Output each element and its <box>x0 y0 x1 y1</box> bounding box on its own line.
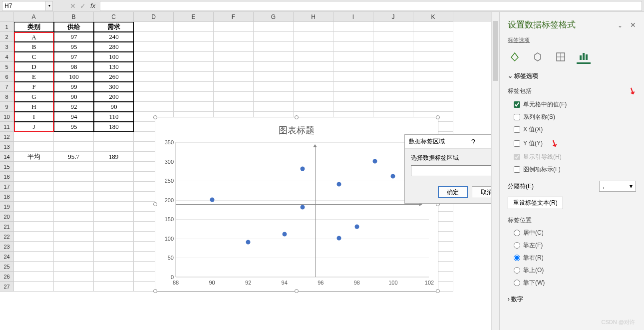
row-header[interactable]: 21 <box>0 222 14 232</box>
cell[interactable] <box>94 142 134 152</box>
cell[interactable] <box>294 42 333 52</box>
cell[interactable] <box>174 72 214 82</box>
row-header[interactable]: 6 <box>0 72 14 82</box>
cell[interactable] <box>214 82 254 92</box>
cell[interactable] <box>373 52 413 62</box>
cell[interactable] <box>174 42 214 52</box>
column-header[interactable]: I <box>333 12 373 22</box>
row-header[interactable]: 2 <box>0 32 14 42</box>
data-point[interactable] <box>354 224 359 229</box>
cell[interactable]: 280 <box>94 42 134 52</box>
data-point[interactable] <box>373 159 377 163</box>
cell[interactable]: J <box>14 122 54 132</box>
size-properties-icon[interactable] <box>554 50 568 64</box>
cell[interactable] <box>14 272 54 282</box>
cell[interactable] <box>333 92 373 102</box>
cell[interactable] <box>134 62 174 72</box>
cell[interactable] <box>174 32 214 42</box>
reset-label-text-button[interactable]: 重设标签文本(R) <box>508 197 563 209</box>
cell[interactable]: 90 <box>54 92 94 102</box>
check-legend-key[interactable]: 图例项标示(L) <box>508 165 636 174</box>
radio-left[interactable]: 靠左(F) <box>508 241 636 250</box>
row-header[interactable]: 27 <box>0 282 14 292</box>
cell[interactable]: 100 <box>54 72 94 82</box>
cell[interactable] <box>254 32 294 42</box>
cell[interactable] <box>94 232 134 242</box>
cell[interactable]: 94 <box>54 112 94 122</box>
cell[interactable] <box>54 182 94 192</box>
cell[interactable] <box>254 102 294 112</box>
column-header[interactable]: D <box>134 12 174 22</box>
data-point[interactable] <box>301 205 305 210</box>
cell[interactable] <box>54 162 94 172</box>
cell[interactable]: 90 <box>94 102 134 112</box>
cell[interactable]: E <box>14 72 54 82</box>
row-header[interactable]: 25 <box>0 262 14 272</box>
column-header[interactable]: F <box>214 12 254 22</box>
cell[interactable] <box>94 162 134 172</box>
cell[interactable] <box>54 132 94 142</box>
name-box[interactable]: H7 <box>2 1 46 11</box>
cell[interactable]: I <box>14 112 54 122</box>
cell[interactable] <box>54 252 94 262</box>
cell[interactable] <box>373 102 413 112</box>
row-header[interactable]: 9 <box>0 102 14 112</box>
cell[interactable] <box>54 172 94 182</box>
cell[interactable]: 类别 <box>14 22 54 32</box>
column-header[interactable]: B <box>54 12 94 22</box>
check-y-value[interactable]: Y 值(Y) ↘ <box>508 138 636 149</box>
cell[interactable] <box>14 172 54 182</box>
cell[interactable] <box>14 252 54 262</box>
cell[interactable] <box>294 62 333 72</box>
cell[interactable] <box>333 52 373 62</box>
cell[interactable]: 95 <box>54 42 94 52</box>
column-header[interactable]: H <box>294 12 333 22</box>
cell[interactable]: B <box>14 42 54 52</box>
cell[interactable] <box>294 92 333 102</box>
cell[interactable] <box>294 22 333 32</box>
row-header[interactable]: 19 <box>0 202 14 212</box>
cell[interactable] <box>54 242 94 252</box>
cell[interactable] <box>333 32 373 42</box>
data-point[interactable] <box>336 236 341 240</box>
check-cell-value[interactable]: 单元格中的值(F) <box>508 100 636 109</box>
cell[interactable] <box>333 72 373 82</box>
data-point[interactable] <box>336 182 341 186</box>
row-header[interactable]: 12 <box>0 132 14 142</box>
cell[interactable] <box>94 262 134 272</box>
cell[interactable]: 95.7 <box>54 152 94 162</box>
cell[interactable]: 180 <box>94 122 134 132</box>
cell[interactable] <box>254 52 294 62</box>
column-header[interactable]: K <box>413 12 453 22</box>
label-options-icon[interactable] <box>577 50 591 64</box>
cell[interactable] <box>134 32 174 42</box>
column-header[interactable]: C <box>94 12 134 22</box>
row-header[interactable]: 1 <box>0 22 14 32</box>
check-series-name[interactable]: 系列名称(S) <box>508 113 636 121</box>
cell[interactable] <box>174 102 214 112</box>
cell[interactable] <box>94 172 134 182</box>
cell[interactable]: 99 <box>54 82 94 92</box>
cell[interactable]: 95 <box>54 122 94 132</box>
cell[interactable] <box>333 82 373 92</box>
cell[interactable] <box>174 52 214 62</box>
chart-object[interactable]: 图表标题 05010015020025030035088909294969810… <box>155 117 438 292</box>
column-header[interactable]: J <box>373 12 413 22</box>
formula-input[interactable] <box>100 1 642 11</box>
section-number[interactable]: › 数字 <box>508 295 636 304</box>
cell[interactable] <box>94 252 134 262</box>
range-input[interactable] <box>411 165 499 176</box>
row-header[interactable]: 11 <box>0 122 14 132</box>
cell[interactable] <box>134 72 174 82</box>
cell[interactable] <box>214 32 254 42</box>
cell[interactable] <box>134 22 174 32</box>
data-point[interactable] <box>282 232 287 237</box>
cell[interactable] <box>413 92 453 102</box>
chart-title[interactable]: 图表标题 <box>155 117 438 136</box>
cell[interactable]: 97 <box>54 32 94 42</box>
row-header[interactable]: 23 <box>0 242 14 252</box>
row-header[interactable]: 24 <box>0 252 14 262</box>
cell[interactable] <box>54 142 94 152</box>
cell[interactable] <box>254 42 294 52</box>
cell[interactable] <box>294 82 333 92</box>
